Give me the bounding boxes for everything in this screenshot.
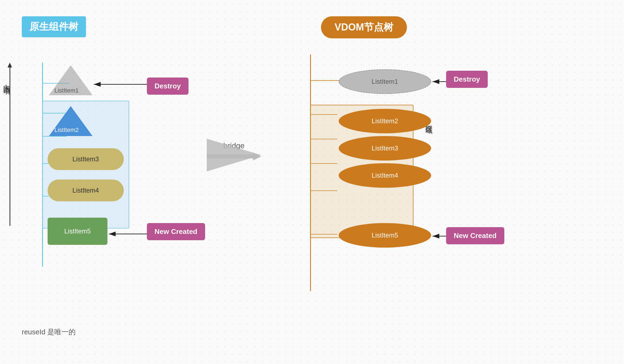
destroy-btn-right[interactable]: Destroy	[446, 71, 488, 88]
bridge-label: bridge	[223, 141, 245, 150]
right-horiz-1	[310, 80, 343, 81]
footer-note: reuseId 是唯一的	[22, 327, 76, 337]
scroll-arrow	[8, 63, 12, 226]
listitem3-left: ListItem3	[48, 148, 124, 170]
listitem4-left: ListItem4	[48, 180, 124, 201]
bridge-arrow	[207, 152, 261, 161]
listitem1-right: ListItem1	[339, 69, 431, 94]
right-tree-title: VDOM节点树	[321, 16, 407, 38]
listitem2-left-label: ListItem2	[54, 127, 79, 134]
arrow-line	[10, 67, 10, 226]
listitem5-left: ListItem5	[48, 218, 107, 245]
new-created-btn-right[interactable]: New Created	[446, 227, 504, 244]
left-tree-title: 原生组件树	[22, 16, 86, 37]
listitem2-right: ListItem2	[339, 109, 431, 133]
left-horiz-3	[42, 136, 67, 137]
listitem3-right: ListItem3	[339, 136, 431, 161]
listitem1-left-label: ListItem1	[54, 87, 79, 94]
arrow-head	[8, 63, 12, 67]
bridge-container: bridge	[207, 141, 261, 161]
scroll-label: 向上滑动	[2, 79, 12, 83]
destroy-btn-left[interactable]: Destroy	[147, 78, 189, 95]
listitem4-right: ListItem4	[339, 163, 431, 188]
new-created-btn-left[interactable]: New Created	[147, 223, 205, 240]
listitem5-right: ListItem5	[339, 223, 431, 248]
cache-label: 缓存区域	[424, 120, 434, 122]
bridge-arrow-body	[207, 152, 261, 161]
